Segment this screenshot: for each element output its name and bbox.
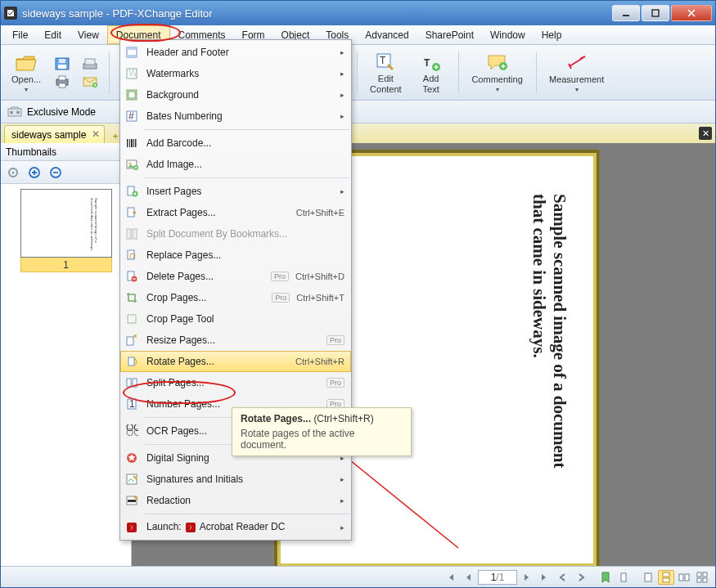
- menu-item-crop-pages[interactable]: Crop Pages...ProCtrl+Shift+T: [120, 287, 351, 308]
- options-button[interactable]: [4, 164, 22, 182]
- toolbar-separator: [536, 52, 537, 94]
- page-indicator[interactable]: 1 /1: [478, 570, 517, 585]
- svg-text:T: T: [424, 57, 430, 69]
- menu-item-split-pages[interactable]: Split Pages...Pro: [120, 372, 351, 393]
- add-text-button[interactable]: T Add Text: [411, 48, 452, 97]
- scanner-button[interactable]: [81, 56, 99, 71]
- svg-text:OCR: OCR: [126, 427, 138, 438]
- header-footer-icon: [124, 44, 140, 61]
- menu-sharepoint[interactable]: SharePoint: [417, 25, 482, 44]
- submenu-arrow-icon: ▸: [340, 187, 344, 195]
- menu-item-insert-pages[interactable]: Insert Pages▸: [120, 181, 351, 202]
- document-tab-bar: sideways sample ✕ ＋ ✕: [1, 123, 715, 143]
- svg-rect-0: [623, 15, 629, 16]
- menu-item-add-image[interactable]: Add Image...: [120, 154, 351, 175]
- menu-item-replace-pages[interactable]: Replace Pages...: [120, 245, 351, 266]
- save-group: [50, 55, 74, 91]
- menu-item-label: Insert Pages: [146, 186, 334, 197]
- measurement-button[interactable]: Measurement ▾: [543, 48, 610, 97]
- menu-help[interactable]: Help: [534, 25, 570, 44]
- last-page-button[interactable]: [537, 570, 553, 585]
- menu-item-delete-pages[interactable]: Delete Pages...ProCtrl+Shift+D: [120, 266, 351, 287]
- view-single-button[interactable]: [640, 570, 656, 585]
- thumbnail[interactable]: Sample scanned image of a document that …: [20, 189, 112, 272]
- toolbar-separator: [357, 52, 358, 94]
- minimize-button[interactable]: [612, 5, 640, 21]
- nav-back-button[interactable]: [555, 570, 571, 585]
- view-facing-continuous-button[interactable]: [694, 570, 710, 585]
- menu-item-add-barcode[interactable]: Add Barcode...: [120, 132, 351, 154]
- save-button[interactable]: [53, 56, 71, 71]
- submenu-arrow-icon: ▸: [340, 523, 344, 532]
- zoom-out-button[interactable]: [47, 164, 65, 182]
- menu-item-label: Split Pages...: [146, 377, 320, 388]
- exclusive-icon: [7, 106, 22, 118]
- extract-icon: [124, 204, 140, 221]
- chevron-down-icon: ▾: [496, 86, 499, 93]
- exclusive-mode-label[interactable]: Exclusive Mode: [27, 106, 96, 118]
- commenting-button[interactable]: Commenting ▾: [466, 48, 529, 97]
- menu-item-crop-page-tool[interactable]: Crop Page Tool: [120, 308, 351, 330]
- menubar: FileEditViewDocumentCommentsFormObjectTo…: [1, 25, 715, 45]
- nav-forward-button[interactable]: [573, 570, 589, 585]
- menu-item-label: Extract Pages...: [146, 207, 290, 218]
- pro-badge: Pro: [271, 272, 289, 281]
- menu-item-label: Background: [146, 89, 334, 101]
- first-page-button[interactable]: [442, 570, 458, 585]
- thumbnail-preview-text: Sample scanned image of a document that …: [90, 198, 98, 257]
- bates-icon: #: [124, 108, 140, 124]
- svg-rect-55: [133, 229, 137, 239]
- app-window: sideways sample - PDF-XChange Editor Fil…: [0, 0, 716, 588]
- view-continuous-button[interactable]: [658, 570, 674, 585]
- maximize-button[interactable]: [642, 5, 669, 21]
- shortcut-label: Ctrl+Shift+D: [295, 272, 344, 281]
- menu-item-label: Resize Pages...: [146, 334, 320, 346]
- menu-edit[interactable]: Edit: [36, 25, 70, 44]
- menu-item-resize-pages[interactable]: Resize Pages...Pro: [120, 330, 351, 351]
- chevron-down-icon: ▾: [25, 86, 28, 93]
- svg-text:#: #: [128, 110, 134, 122]
- layout-single-button[interactable]: [615, 570, 632, 585]
- open-button[interactable]: Open... ▾: [6, 48, 47, 97]
- menu-view[interactable]: View: [70, 25, 107, 44]
- zoom-in-button[interactable]: [25, 164, 43, 182]
- view-facing-button[interactable]: [676, 570, 692, 585]
- bookmark-button[interactable]: [597, 570, 614, 585]
- menu-item-bates-numbering[interactable]: #Bates Numbering▸: [120, 105, 351, 127]
- svg-rect-4: [59, 59, 65, 63]
- menu-item-label: Redaction: [146, 495, 334, 506]
- scan-group: [78, 55, 102, 91]
- open-label: Open...: [11, 74, 41, 84]
- menu-file[interactable]: File: [4, 25, 36, 44]
- print-button[interactable]: [53, 74, 71, 89]
- menu-item-redaction[interactable]: Redaction▸: [120, 490, 351, 511]
- thumbnail-number: 1: [20, 258, 112, 272]
- app-icon: [4, 7, 17, 20]
- prev-page-button[interactable]: [460, 570, 476, 585]
- svg-rect-54: [127, 229, 131, 239]
- next-page-button[interactable]: [519, 570, 535, 585]
- total-pages: 1: [499, 572, 505, 583]
- mail-button[interactable]: [81, 74, 99, 89]
- menu-window[interactable]: Window: [482, 25, 534, 44]
- document-tab[interactable]: sideways sample ✕: [4, 125, 105, 143]
- menu-item-extract-pages[interactable]: Extract Pages...Ctrl+Shift+E: [120, 202, 351, 223]
- image-icon: [124, 156, 140, 173]
- menu-item-signatures-and-initials[interactable]: Signatures and Initials▸: [120, 469, 351, 490]
- svg-rect-43: [127, 139, 128, 147]
- menu-item-header-and-footer[interactable]: Header and Footer▸: [120, 42, 351, 63]
- chevron-down-icon: ▾: [575, 86, 579, 93]
- submenu-arrow-icon: ▸: [340, 496, 344, 505]
- menu-item-watermarks[interactable]: WWatermarks▸: [120, 63, 351, 84]
- edit-content-label: Edit Content: [370, 74, 402, 93]
- menu-advanced[interactable]: Advanced: [357, 25, 417, 44]
- initials-icon: [124, 471, 140, 487]
- svg-text:T: T: [380, 55, 386, 66]
- edit-content-button[interactable]: T Edit Content: [364, 48, 408, 97]
- close-tab-icon[interactable]: ✕: [91, 129, 101, 139]
- menu-item-rotate-pages[interactable]: Rotate Pages...Ctrl+Shift+R: [120, 351, 351, 372]
- menu-item-acrobat-reader-dc[interactable]: Launch: Acrobat Reader DC▸: [120, 517, 351, 538]
- close-all-tabs-button[interactable]: ✕: [699, 127, 712, 140]
- close-button[interactable]: [671, 5, 712, 21]
- menu-item-background[interactable]: Background▸: [120, 84, 351, 105]
